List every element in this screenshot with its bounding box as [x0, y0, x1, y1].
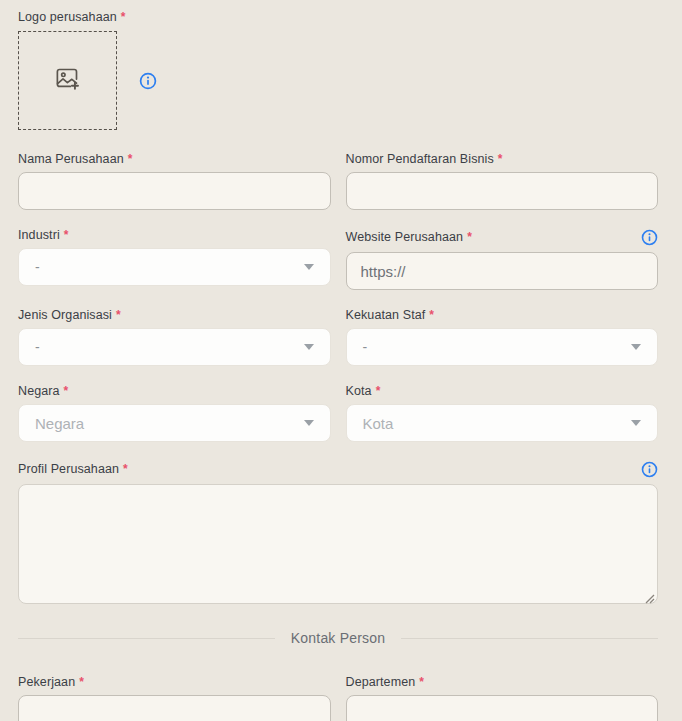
chevron-down-icon	[631, 420, 641, 426]
chevron-down-icon	[304, 264, 314, 270]
jenis-organisasi-field-group: Jenis Organisasi * -	[18, 308, 331, 366]
departemen-input[interactable]	[346, 695, 659, 721]
kekuatan-staf-select[interactable]: -	[346, 328, 659, 366]
nama-perusahaan-label: Nama Perusahaan	[18, 152, 124, 166]
profil-perusahaan-field-group: Profil Perusahaan *	[18, 460, 658, 604]
logo-label: Logo perusahaan	[18, 10, 117, 24]
required-marker: *	[498, 152, 503, 166]
required-marker: *	[116, 308, 121, 322]
logo-upload-dropzone[interactable]	[18, 31, 117, 130]
required-marker: *	[79, 675, 84, 689]
website-label: Website Perusahaan	[346, 230, 464, 244]
required-marker: *	[123, 462, 128, 476]
chevron-down-icon	[631, 344, 641, 350]
kota-select[interactable]: Kota	[346, 404, 659, 442]
chevron-down-icon	[304, 420, 314, 426]
nama-perusahaan-input[interactable]	[18, 172, 331, 210]
website-input[interactable]	[346, 252, 659, 290]
jenis-organisasi-select[interactable]: -	[18, 328, 331, 366]
kontak-person-section-divider: Kontak Person	[18, 630, 658, 646]
pekerjaan-field-group: Pekerjaan *	[18, 675, 331, 721]
industri-field-group: Industri * -	[18, 228, 331, 290]
logo-field-group: Logo perusahaan *	[18, 10, 658, 130]
required-marker: *	[121, 10, 126, 24]
profil-info-icon[interactable]	[640, 460, 658, 478]
pekerjaan-input[interactable]	[18, 695, 331, 721]
divider-line	[401, 638, 658, 639]
industri-label: Industri	[18, 228, 60, 242]
negara-label: Negara	[18, 384, 60, 398]
image-plus-icon	[54, 65, 81, 96]
negara-placeholder: Negara	[35, 415, 304, 432]
chevron-down-icon	[304, 344, 314, 350]
required-marker: *	[376, 384, 381, 398]
negara-select[interactable]: Negara	[18, 404, 331, 442]
kekuatan-staf-label: Kekuatan Staf	[346, 308, 426, 322]
company-registration-form: Logo perusahaan *	[0, 0, 682, 721]
industri-select[interactable]: -	[18, 248, 331, 286]
logo-info-icon[interactable]	[139, 72, 157, 90]
required-marker: *	[64, 384, 69, 398]
kekuatan-staf-field-group: Kekuatan Staf * -	[346, 308, 659, 366]
kota-label: Kota	[346, 384, 372, 398]
jenis-organisasi-selected-value: -	[35, 339, 304, 355]
departemen-label: Departemen	[346, 675, 416, 689]
required-marker: *	[419, 675, 424, 689]
required-marker: *	[467, 230, 472, 244]
pekerjaan-label: Pekerjaan	[18, 675, 75, 689]
jenis-organisasi-label: Jenis Organisasi	[18, 308, 112, 322]
website-info-icon[interactable]	[640, 228, 658, 246]
profil-perusahaan-textarea[interactable]	[18, 484, 658, 604]
kota-placeholder: Kota	[363, 415, 632, 432]
divider-line	[18, 638, 275, 639]
negara-field-group: Negara * Negara	[18, 384, 331, 442]
departemen-field-group: Departemen *	[346, 675, 659, 721]
textarea-resize-handle[interactable]	[644, 590, 655, 601]
kontak-person-section-title: Kontak Person	[275, 630, 401, 646]
nomor-pendaftaran-field-group: Nomor Pendaftaran Bisnis *	[346, 152, 659, 210]
kota-field-group: Kota * Kota	[346, 384, 659, 442]
required-marker: *	[429, 308, 434, 322]
website-field-group: Website Perusahaan *	[346, 228, 659, 290]
kekuatan-staf-selected-value: -	[363, 339, 632, 355]
nomor-pendaftaran-label: Nomor Pendaftaran Bisnis	[346, 152, 494, 166]
nama-perusahaan-field-group: Nama Perusahaan *	[18, 152, 331, 210]
profil-perusahaan-label: Profil Perusahaan	[18, 462, 119, 476]
required-marker: *	[128, 152, 133, 166]
nomor-pendaftaran-input[interactable]	[346, 172, 659, 210]
industri-selected-value: -	[35, 259, 304, 275]
required-marker: *	[64, 228, 69, 242]
